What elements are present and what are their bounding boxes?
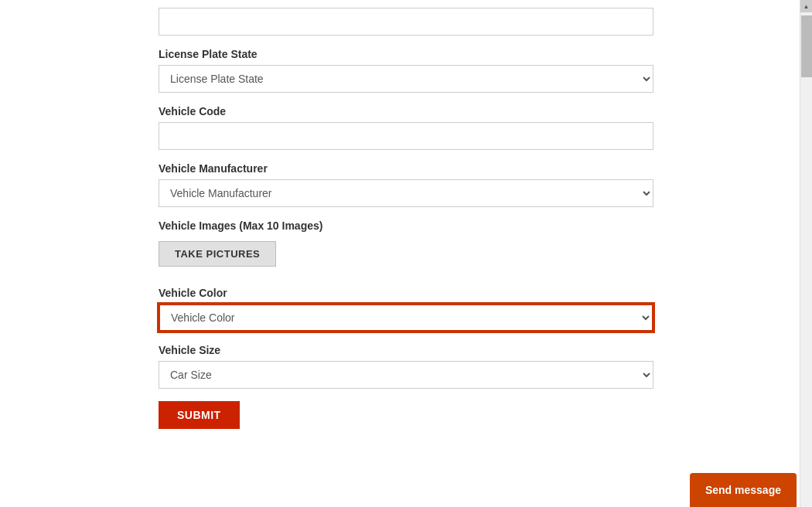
scroll-up-arrow[interactable]: ▲: [800, 0, 813, 12]
license-plate-state-section: License Plate State License Plate State …: [159, 48, 653, 93]
vehicle-manufacturer-select[interactable]: Vehicle Manufacturer Ford Chevrolet Toyo…: [159, 179, 653, 207]
vehicle-images-section: Vehicle Images (Max 10 Images) TAKE PICT…: [159, 219, 653, 274]
license-plate-state-select[interactable]: License Plate State Alabama Alaska Arizo…: [159, 65, 653, 93]
vehicle-size-label: Vehicle Size: [159, 344, 653, 356]
vehicle-color-select[interactable]: Vehicle Color Black White Silver Gray Re…: [159, 304, 653, 332]
vehicle-manufacturer-label: Vehicle Manufacturer: [159, 162, 653, 175]
top-input[interactable]: [159, 8, 653, 36]
vehicle-size-select[interactable]: Car Size Compact Mid-size Full-size SUV …: [159, 361, 653, 389]
vehicle-color-label: Vehicle Color: [159, 287, 653, 299]
vehicle-images-label: Vehicle Images (Max 10 Images): [159, 219, 653, 232]
scrollbar: ▲: [800, 0, 812, 507]
take-pictures-button[interactable]: TAKE PICTURES: [159, 241, 276, 267]
vehicle-code-label: Vehicle Code: [159, 105, 653, 117]
submit-button[interactable]: SUBMIT: [159, 401, 240, 429]
vehicle-code-input[interactable]: [159, 122, 653, 150]
license-plate-state-label: License Plate State: [159, 48, 653, 60]
vehicle-code-section: Vehicle Code: [159, 105, 653, 150]
vehicle-color-section: Vehicle Color Vehicle Color Black White …: [159, 287, 653, 332]
top-input-section: [159, 8, 653, 36]
scroll-thumb[interactable]: [801, 15, 812, 77]
submit-section: SUBMIT: [159, 401, 653, 429]
vehicle-manufacturer-section: Vehicle Manufacturer Vehicle Manufacture…: [159, 162, 653, 207]
vehicle-size-section: Vehicle Size Car Size Compact Mid-size F…: [159, 344, 653, 389]
send-message-button[interactable]: Send message: [690, 473, 797, 507]
